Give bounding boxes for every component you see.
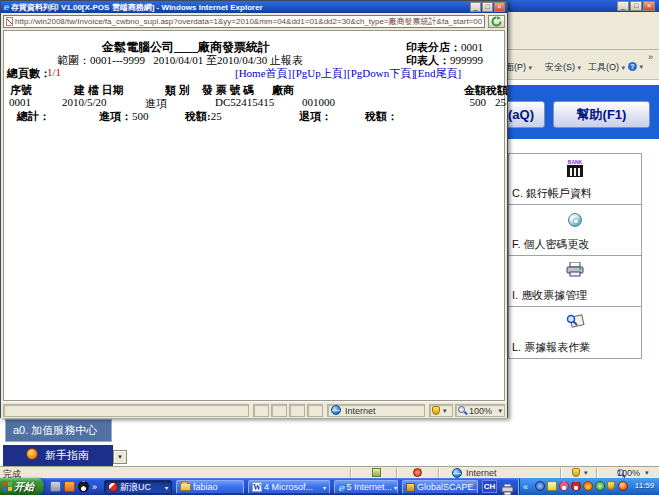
task-fabiao-folder[interactable]: fabiao bbox=[176, 480, 244, 494]
safety-menu[interactable]: 安全(S) ▾ bbox=[545, 61, 581, 74]
quicklaunch-overflow[interactable]: » bbox=[92, 482, 97, 492]
ql-qq-icon[interactable] bbox=[78, 481, 89, 492]
caret-icon: ▾ bbox=[622, 64, 626, 71]
status-panel bbox=[3, 404, 249, 417]
uc-icon bbox=[108, 482, 118, 492]
language-indicator[interactable]: CH bbox=[482, 480, 497, 493]
task-sina-uc[interactable]: 新浪UC ▾ bbox=[104, 480, 172, 494]
divider bbox=[438, 468, 439, 478]
restore-button[interactable]: □ bbox=[482, 2, 493, 12]
tools-menu-label: 工具(O) bbox=[588, 62, 619, 72]
menu-item-label: L. 票據報表作業 bbox=[512, 340, 590, 355]
task-label: GlobalSCAPE... bbox=[417, 482, 478, 492]
pages-value: 1/1 bbox=[47, 66, 61, 78]
menu-table: BANK C. 銀行帳戶資料 F. 個人密碼更改 I. bbox=[508, 153, 642, 359]
task-label: fabiao bbox=[193, 482, 218, 492]
nav-pgup-link[interactable]: [PgUp上頁] bbox=[292, 66, 346, 81]
tray-note-icon[interactable] bbox=[547, 481, 557, 491]
task-globalscape[interactable]: GlobalSCAPE... bbox=[402, 480, 478, 494]
menu-item-label: I. 應收票據管理 bbox=[512, 288, 587, 303]
menu-item-label: F. 個人密碼更改 bbox=[512, 237, 590, 252]
report-page: 金鬆電腦公司____廠商發票統計 印表分店：0001 範圍：0001---999… bbox=[3, 30, 505, 401]
printer-icon bbox=[566, 262, 584, 281]
blocked-page-icon bbox=[6, 17, 13, 26]
go-button[interactable] bbox=[488, 15, 505, 28]
help-f1-button[interactable]: 幫助(F1) bbox=[553, 101, 650, 128]
ie-icon: e bbox=[3, 2, 9, 12]
caret-icon: ▾ bbox=[394, 484, 397, 491]
menu-item-receivable-notes[interactable]: I. 應收票據管理 bbox=[509, 256, 641, 307]
tray-blue-icon[interactable] bbox=[535, 481, 545, 491]
windows-logo-icon bbox=[3, 482, 12, 492]
nav-pgdown-link[interactable]: [PgDown下頁] bbox=[347, 66, 415, 81]
totals-tax2-label: 稅額： bbox=[365, 109, 398, 124]
tray-penguin-pink-icon[interactable] bbox=[559, 481, 569, 491]
menu-item-report-operations[interactable]: L. 票據報表作業 bbox=[509, 307, 641, 358]
print-preview-window: e 存貨資料列印 V1.00[X-POS 雲端商務網] - Windows In… bbox=[0, 0, 508, 418]
caret-icon: ▾ bbox=[323, 484, 326, 491]
caret-icon[interactable]: ▾ bbox=[645, 469, 649, 477]
help-menu[interactable]: ? ▾ bbox=[628, 61, 643, 71]
minimize-button[interactable]: _ bbox=[470, 2, 481, 12]
tray-penguin-red-icon[interactable] bbox=[571, 481, 581, 491]
tray-green-icon[interactable] bbox=[595, 481, 605, 491]
folder-icon bbox=[180, 483, 191, 491]
range-dates: 2010/04/01 至2010/04/30 止報表 bbox=[153, 54, 303, 66]
nav-home-link[interactable]: [Home首頁] bbox=[235, 66, 291, 81]
printer-tray-icon[interactable] bbox=[501, 481, 514, 495]
popup-address-bar: http://win2008/tw/Invoice/fa_cwbno_supl.… bbox=[1, 13, 507, 30]
address-input[interactable]: http://win2008/tw/Invoice/fa_cwbno_supl.… bbox=[3, 15, 485, 28]
service-center-button[interactable]: a0. 加值服務中心 bbox=[5, 419, 112, 442]
restore-button[interactable]: □ bbox=[630, 1, 642, 11]
bank-icon: BANK bbox=[564, 159, 586, 180]
print-branch-value: 0001 bbox=[461, 41, 483, 53]
totals-out-label: 退項： bbox=[299, 109, 332, 124]
row-date: 2010/5/20 bbox=[62, 96, 107, 108]
task-internet-group[interactable]: e 5 Internet... ▾ bbox=[334, 480, 398, 494]
close-button[interactable]: × bbox=[643, 1, 655, 11]
start-button[interactable]: 开始 bbox=[0, 478, 44, 495]
protected-mode-icon bbox=[572, 468, 580, 477]
newbie-guide-button[interactable]: 新手指南 bbox=[3, 445, 113, 466]
close-button[interactable]: × bbox=[494, 2, 505, 12]
caret-icon: ▾ bbox=[640, 63, 644, 70]
tray-flame-icon[interactable] bbox=[583, 481, 593, 491]
menu-item-password-change[interactable]: F. 個人密碼更改 bbox=[509, 205, 641, 256]
page-menu[interactable]: 面(P) ▾ bbox=[505, 61, 532, 74]
search-document-icon bbox=[565, 313, 585, 333]
protected-mode-panel[interactable]: ▾ bbox=[429, 404, 453, 417]
row-invoice: DC52415415 bbox=[215, 96, 274, 108]
status-zone-label: Internet bbox=[466, 468, 497, 478]
help-icon: ? bbox=[628, 62, 637, 71]
guide-label: 新手指南 bbox=[45, 448, 89, 463]
zoom-level[interactable]: 100% bbox=[617, 468, 640, 478]
caret-icon: ▾ bbox=[578, 64, 582, 71]
ql-app-icon[interactable] bbox=[50, 481, 61, 492]
nav-end-link[interactable]: [End尾頁] bbox=[414, 66, 461, 81]
row-seq: 0001 bbox=[9, 96, 31, 108]
status-panel bbox=[289, 404, 305, 417]
tray-collapse-button[interactable]: « bbox=[523, 482, 528, 492]
pages-label: 總頁數： bbox=[7, 66, 51, 81]
commandbar-overflow[interactable]: » bbox=[648, 52, 653, 62]
popup-titlebar[interactable]: e 存貨資料列印 V1.00[X-POS 雲端商務網] - Windows In… bbox=[1, 1, 507, 13]
addon-icon bbox=[372, 468, 381, 477]
scroll-down-button[interactable]: ▼ bbox=[113, 450, 127, 464]
tray-shield-icon[interactable] bbox=[607, 481, 615, 490]
zoom-panel[interactable]: 100% ▾ bbox=[455, 404, 505, 417]
popup-title: 存貨資料列印 V1.00[X-POS 雲端商務網] - Windows Inte… bbox=[11, 2, 441, 13]
totals-in: 進項：500 bbox=[99, 109, 149, 124]
addon-icon bbox=[413, 468, 422, 477]
clock[interactable]: 11:59 bbox=[631, 481, 658, 490]
safety-menu-label: 安全(S) bbox=[545, 62, 575, 72]
menu-item-bank-accounts[interactable]: BANK C. 銀行帳戶資料 bbox=[509, 154, 641, 205]
minimize-button[interactable]: _ bbox=[617, 1, 629, 11]
divider bbox=[350, 468, 351, 478]
globalscape-icon bbox=[406, 483, 415, 492]
task-word-group[interactable]: W 4 Microsof... ▾ bbox=[248, 480, 330, 494]
caret-icon[interactable]: ▾ bbox=[584, 469, 588, 477]
tools-menu[interactable]: 工具(O) ▾ bbox=[588, 61, 625, 74]
ql-orange-app-icon[interactable] bbox=[64, 481, 75, 492]
tray-ball-icon[interactable] bbox=[618, 481, 628, 491]
guide-icon bbox=[26, 448, 38, 460]
